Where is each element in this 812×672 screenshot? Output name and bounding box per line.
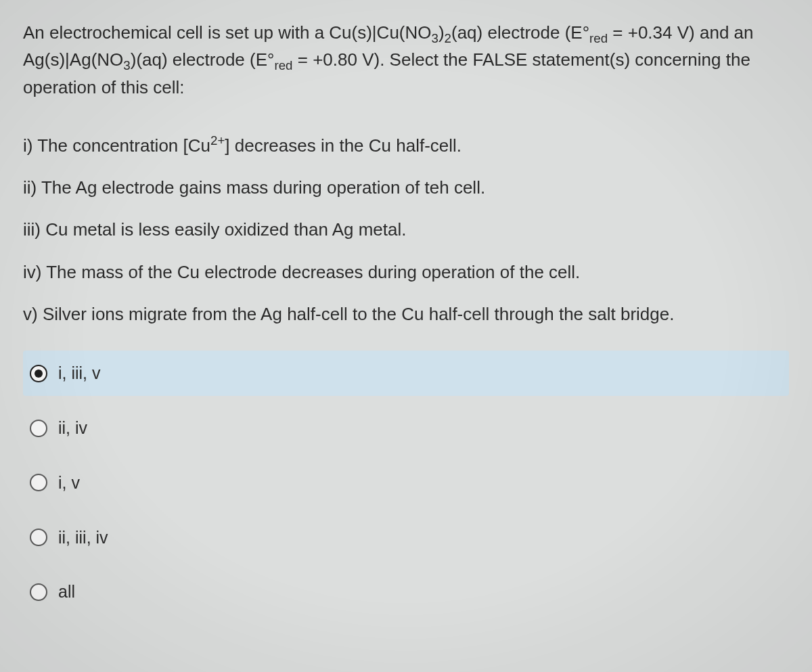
option-label: ii, iv — [58, 415, 87, 441]
statement-iii: iii) Cu metal is less easily oxidized th… — [23, 216, 789, 243]
radio-icon — [30, 420, 47, 437]
option-label: i, v — [58, 470, 80, 496]
radio-icon — [30, 365, 47, 382]
radio-icon — [30, 583, 47, 601]
statement-iv: iv) The mass of the Cu electrode decreas… — [23, 259, 789, 286]
option-label: ii, iii, iv — [58, 524, 108, 551]
option-5[interactable]: all — [23, 569, 789, 614]
statement-i: i) The concentration [Cu2+] decreases in… — [23, 132, 789, 159]
statement-v: v) Silver ions migrate from the Ag half-… — [23, 300, 789, 328]
option-3[interactable]: i, v — [23, 460, 789, 506]
radio-icon — [30, 474, 47, 491]
quiz-page: An electrochemical cell is set up with a… — [0, 0, 812, 643]
option-1[interactable]: i, iii, v — [23, 351, 789, 396]
option-4[interactable]: ii, iii, iv — [23, 515, 789, 560]
option-label: all — [58, 579, 75, 605]
question-text: An electrochemical cell is set up with a… — [23, 19, 789, 101]
answer-options: i, iii, v ii, iv i, v ii, iii, iv all — [23, 351, 789, 614]
statements-list: i) The concentration [Cu2+] decreases in… — [23, 132, 789, 328]
radio-icon — [30, 529, 47, 546]
statement-ii: ii) The Ag electrode gains mass during o… — [23, 174, 789, 201]
option-2[interactable]: ii, iv — [23, 405, 789, 451]
option-label: i, iii, v — [58, 360, 101, 386]
question-intro: An electrochemical cell is set up with a… — [23, 22, 753, 97]
